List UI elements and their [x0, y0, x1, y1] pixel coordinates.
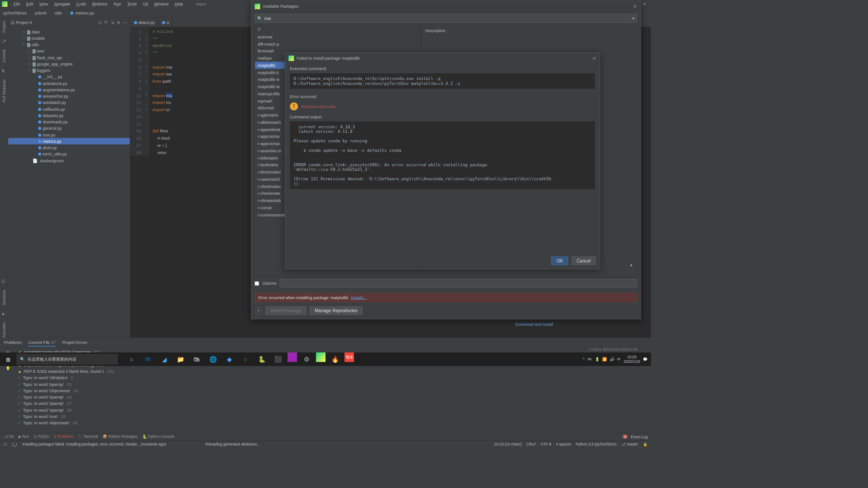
notification-icon[interactable]: 💬: [643, 357, 648, 361]
app-icon[interactable]: ◢: [157, 352, 171, 366]
tree-item[interactable]: >▇google_app_engine: [8, 61, 130, 67]
problem-item[interactable]: ✓Typo: In word 'Objectness' :26: [16, 387, 651, 394]
app-icon[interactable]: 🔥: [328, 352, 342, 366]
tree-item[interactable]: ⬢activations.py: [8, 80, 130, 86]
app-icon[interactable]: 每道: [344, 352, 354, 362]
fold-gutter[interactable]: ››››‹››: [144, 27, 149, 156]
todo-icon[interactable]: ☑ TODO: [34, 435, 49, 439]
show-panel-icon[interactable]: ☐: [4, 442, 7, 446]
executed-command-output[interactable]: D:\Software_english\Anaconda_re\Scripts\…: [290, 73, 595, 89]
event-log[interactable]: Event Log: [631, 435, 647, 439]
python-icon[interactable]: 🐍: [255, 352, 269, 366]
tree-item[interactable]: ⬢autobatch.py: [8, 99, 130, 106]
menu-code[interactable]: Code: [74, 1, 89, 7]
git-icon[interactable]: ⎇ Git: [4, 435, 14, 439]
tree-item[interactable]: 📄.dockerignore: [8, 157, 130, 164]
wifi-icon[interactable]: 📶: [602, 357, 607, 361]
taskbar-search[interactable]: 🔍 在这里输入你要搜索的内容: [16, 354, 118, 365]
tree-item[interactable]: >▇aws: [8, 48, 130, 54]
bulb-icon[interactable]: 💡: [5, 366, 10, 371]
favorites-icon[interactable]: ★: [1, 311, 6, 316]
app-icon[interactable]: ◆: [222, 352, 236, 366]
tree-item[interactable]: ⬢callbacks.py: [8, 106, 130, 112]
search-input[interactable]: [264, 16, 629, 21]
browser-icon[interactable]: 🌐: [206, 352, 220, 366]
battery-icon[interactable]: 🔋: [595, 357, 600, 361]
structure-icon[interactable]: ☰: [1, 279, 6, 284]
menu-navigate[interactable]: Navigate: [52, 1, 73, 7]
breadcrumb-item[interactable]: yolov5: [35, 10, 47, 15]
project-tree[interactable]: >▇data>▇modelsv▇utils>▇aws>▇flask_rest_a…: [8, 27, 130, 338]
tree-item[interactable]: ⬢downloads.py: [8, 119, 130, 125]
app-icon[interactable]: ○: [239, 352, 252, 366]
settings-icon[interactable]: ⚙: [300, 352, 313, 366]
pycharm-icon[interactable]: [316, 352, 326, 362]
python-console-icon[interactable]: 🐍 Python Console: [142, 435, 175, 439]
tree-item[interactable]: ⬢datasets.py: [8, 112, 130, 118]
details-link[interactable]: Details...: [351, 295, 367, 300]
menu-window[interactable]: Window: [151, 1, 171, 7]
package-item[interactable]: diff-match-p: [255, 40, 420, 47]
volume-icon[interactable]: 🔊: [610, 357, 615, 361]
problem-item[interactable]: ✓Typo: In word 'objectness' :35: [16, 420, 651, 426]
commit-icon[interactable]: ⎇: [1, 39, 6, 44]
tab-a[interactable]: ⬢a: [159, 18, 173, 27]
tree-item[interactable]: ⬢torch_utils.py: [8, 151, 130, 157]
chevron-up-icon[interactable]: ^: [583, 357, 585, 361]
package-item[interactable]: automat: [255, 33, 420, 41]
encoding[interactable]: UTF-8: [541, 442, 551, 446]
line-gutter[interactable]: 123456789101112131415161718: [130, 27, 144, 156]
ok-button[interactable]: OK: [552, 257, 568, 265]
problem-item[interactable]: ✓Typo: In word 'nparray' :26: [16, 394, 651, 400]
collapse-all-icon[interactable]: ⇲: [111, 20, 114, 25]
status-message[interactable]: Installing packages failed: Installing p…: [23, 442, 166, 446]
pull-requests-icon[interactable]: ⇅: [1, 69, 6, 74]
problem-item[interactable]: ✓Typo: In word 'nparray' :28: [16, 407, 651, 413]
tab-project-errors[interactable]: Project Errors: [62, 339, 88, 347]
menu-help[interactable]: Help: [172, 1, 186, 7]
code-area[interactable]: # YOLOv5"""Model val"""import maimport w…: [149, 27, 173, 156]
options-checkbox[interactable]: [255, 281, 259, 286]
rail-structure[interactable]: Structure: [2, 290, 6, 305]
clock[interactable]: 15:002022/1/18: [623, 355, 640, 364]
breadcrumb-root[interactable]: pyTorchEnvs: [4, 10, 27, 15]
lock-icon[interactable]: 🔒: [643, 442, 648, 446]
rail-pull-requests[interactable]: Pull Requests: [2, 80, 6, 103]
breadcrumb-file[interactable]: metrics.py: [75, 10, 94, 15]
command-output[interactable]: current version: 4.10.3 latest version: …: [290, 122, 595, 189]
hide-icon[interactable]: —: [123, 20, 127, 25]
menu-file[interactable]: File: [11, 1, 23, 7]
tree-item[interactable]: v▇utils: [8, 42, 130, 48]
close-icon[interactable]: ✕: [640, 1, 649, 8]
options-input[interactable]: [280, 279, 637, 287]
menu-refactor[interactable]: Refactor: [90, 1, 110, 7]
menu-tools[interactable]: Tools: [125, 1, 140, 7]
tree-item[interactable]: ⬢__init__.py: [8, 74, 130, 80]
run-icon[interactable]: ▶ Run: [19, 435, 29, 439]
problems-button[interactable]: ⊘ Problems: [53, 435, 73, 439]
package-search[interactable]: 🔍 ✕: [255, 14, 637, 23]
ime-icon[interactable]: 中: [617, 357, 621, 361]
rail-commit[interactable]: Commit: [2, 50, 6, 62]
tree-item[interactable]: ⬢plots.py: [8, 145, 130, 151]
install-package-button[interactable]: Install Package: [265, 306, 306, 315]
close-icon[interactable]: ✕: [633, 4, 637, 9]
problem-item[interactable]: ✓Typo: In word 'nparray' :25: [16, 381, 651, 387]
tab-detect[interactable]: ⬢detect.py: [130, 18, 159, 27]
python-packages-icon[interactable]: 📦 Python Packages: [103, 435, 137, 439]
tree-item[interactable]: ⬢autoanchor.py: [8, 93, 130, 99]
line-sep[interactable]: CRLF: [526, 442, 536, 446]
app-icon[interactable]: [288, 352, 297, 362]
cortana-icon[interactable]: ○: [125, 352, 138, 366]
close-icon[interactable]: ✕: [592, 56, 596, 61]
menu-git[interactable]: Git: [140, 1, 151, 7]
tree-item[interactable]: ⬢loss.py: [8, 131, 130, 138]
tab-current-file[interactable]: Current File37: [28, 338, 57, 347]
manage-repositories-button[interactable]: Manage Repositories: [310, 306, 363, 315]
problem-item[interactable]: ✓Typo: In word 'nparray' :27: [16, 400, 651, 407]
mail-icon[interactable]: ✉: [141, 352, 155, 366]
problem-item[interactable]: ✓Typo: In word 'rcnn' :32: [16, 413, 651, 419]
explorer-icon[interactable]: 📁: [174, 352, 187, 366]
menu-view[interactable]: View: [37, 1, 51, 7]
tree-item[interactable]: ⬢general.py: [8, 125, 130, 131]
